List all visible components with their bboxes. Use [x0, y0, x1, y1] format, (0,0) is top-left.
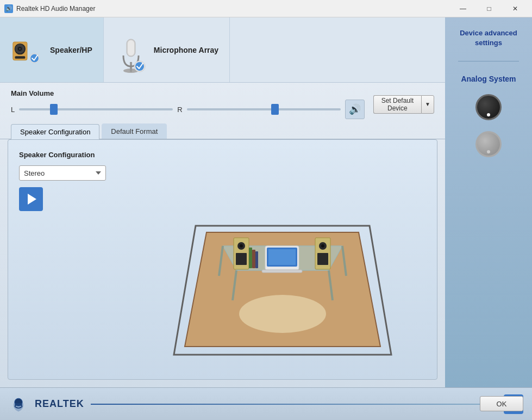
- volume-icon-button[interactable]: 🔊: [345, 100, 365, 119]
- realtek-logo-icon: [9, 394, 28, 414]
- volume-section: Main Volume L R 🔊: [11, 89, 365, 119]
- knob-1[interactable]: [475, 94, 502, 120]
- room-scene-svg: [168, 162, 397, 357]
- tab-speaker[interactable]: Speaker/HP: [0, 17, 104, 82]
- knob-2[interactable]: [475, 131, 502, 157]
- tab-bar: Speaker Configuration Default Format: [0, 123, 445, 139]
- set-default-button[interactable]: Set DefaultDevice: [373, 95, 421, 114]
- volume-slider-right[interactable]: [187, 108, 341, 110]
- set-default-dropdown-arrow[interactable]: ▼: [421, 95, 434, 114]
- ok-button[interactable]: OK: [480, 396, 523, 411]
- analog-system-label: Analog System: [461, 75, 516, 83]
- main-panel: Speaker Configuration Stereo Quadraphoni…: [8, 139, 437, 380]
- svg-rect-33: [268, 249, 296, 265]
- minimize-button[interactable]: —: [450, 0, 475, 17]
- tab-microphone[interactable]: Microphone Array: [104, 17, 230, 82]
- left-channel-label: L: [11, 106, 15, 114]
- close-button[interactable]: ✕: [503, 0, 528, 17]
- svg-point-4: [19, 48, 21, 50]
- main-layout: Speaker/HP: [0, 17, 532, 387]
- device-tabs: Speaker/HP: [0, 17, 445, 83]
- app-icon: 🔊: [4, 4, 13, 13]
- config-section-label: Speaker Configuration: [19, 151, 128, 159]
- footer-divider-line: [91, 404, 497, 405]
- volume-slider-left[interactable]: [19, 108, 173, 110]
- realtek-logo: [9, 394, 28, 414]
- play-triangle-icon: [28, 194, 36, 205]
- device-advanced-settings-title[interactable]: Device advanced settings: [450, 28, 527, 48]
- knob-2-indicator: [487, 150, 490, 153]
- tab-speaker-configuration[interactable]: Speaker Configuration: [11, 124, 99, 139]
- speaker-config-select[interactable]: Stereo Quadraphonic 5.1 Surround 7.1 Sur…: [19, 165, 106, 181]
- slider-thumb-left[interactable]: [50, 104, 58, 115]
- svg-rect-26: [236, 253, 247, 265]
- microphone-tab-icon: [115, 34, 147, 66]
- slider-row: L R 🔊: [11, 100, 365, 119]
- svg-rect-11: [128, 40, 134, 55]
- title-bar: 🔊 Realtek HD Audio Manager — □ ✕: [0, 0, 532, 17]
- content-area: Speaker/HP: [0, 17, 445, 387]
- svg-point-15: [239, 295, 326, 333]
- speaker-tab-icon: [11, 34, 43, 66]
- volume-label: Main Volume: [11, 89, 365, 97]
- svg-rect-35: [249, 248, 252, 268]
- svg-point-29: [321, 244, 324, 248]
- window-title: Realtek HD Audio Manager: [16, 5, 450, 13]
- window-controls: — □ ✕: [450, 0, 528, 17]
- svg-rect-34: [262, 270, 302, 273]
- microphone-tab-label: Microphone Array: [154, 46, 218, 54]
- knob-1-indicator: [487, 113, 490, 116]
- speaker-tab-label: Speaker/HP: [50, 46, 92, 54]
- footer-container: REALTEK ℹ OK: [0, 387, 532, 420]
- svg-rect-37: [255, 251, 258, 268]
- svg-rect-36: [252, 250, 255, 268]
- realtek-brand-text: REALTEK: [35, 398, 84, 410]
- set-default-group: Set DefaultDevice ▼: [373, 95, 434, 114]
- svg-rect-5: [15, 56, 26, 59]
- config-left: Speaker Configuration Stereo Quadraphoni…: [19, 151, 128, 368]
- room-visualization: [139, 151, 426, 368]
- maximize-button[interactable]: □: [477, 0, 502, 17]
- tab-default-format[interactable]: Default Format: [102, 123, 167, 139]
- svg-rect-30: [317, 253, 328, 265]
- slider-thumb-right[interactable]: [271, 104, 279, 115]
- right-channel-label: R: [177, 106, 182, 114]
- play-test-button[interactable]: [19, 187, 43, 211]
- footer: REALTEK ℹ: [0, 387, 532, 420]
- sidebar: Device advanced settings Analog System: [445, 17, 532, 387]
- svg-point-25: [240, 244, 243, 248]
- controls-row: Main Volume L R 🔊 Set DefaultDevice ▼: [0, 83, 445, 123]
